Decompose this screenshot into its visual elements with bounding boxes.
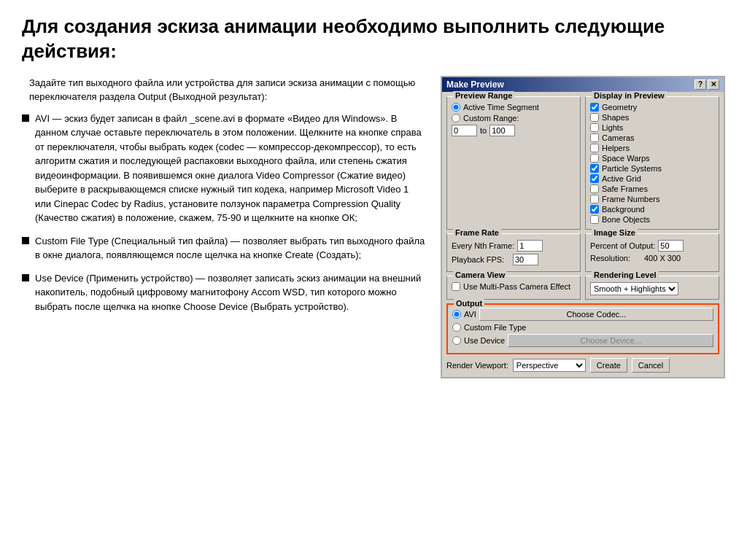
frame-numbers-row: Frame Numbers	[590, 195, 714, 203]
cameras-row: Cameras	[590, 133, 714, 142]
bullet-text-2: Custom File Type (Специальный тип файла)…	[35, 234, 426, 262]
shapes-checkbox[interactable]	[590, 113, 599, 122]
lights-checkbox[interactable]	[590, 123, 599, 132]
range-from-input[interactable]	[452, 125, 477, 136]
safe-frames-row: Safe Frames	[590, 184, 714, 193]
active-grid-checkbox[interactable]	[590, 174, 599, 183]
cameras-label: Cameras	[602, 133, 635, 142]
playback-fps-label: Playback FPS:	[452, 255, 510, 264]
frame-numbers-checkbox[interactable]	[590, 195, 599, 203]
display-in-preview-group: Display in Preview Geometry Shapes Li	[585, 96, 719, 230]
particle-systems-row: Particle Systems	[590, 164, 714, 173]
rendering-select-row: Smooth + Highlights Smooth Facets + High…	[590, 282, 714, 295]
safe-frames-checkbox[interactable]	[590, 184, 599, 193]
middle-section: Frame Rate Every Nth Frame: Playback FPS…	[446, 233, 719, 276]
percent-input[interactable]	[658, 240, 684, 252]
bullet-icon	[22, 274, 29, 281]
help-button[interactable]: ?	[694, 79, 706, 90]
dialog-titlebar: Make Preview ? ✕	[442, 77, 724, 92]
image-size-group: Image Size Percent of Output: Resolution…	[585, 233, 719, 272]
dialog-titlebar-buttons: ? ✕	[694, 79, 719, 90]
particle-systems-label: Particle Systems	[602, 164, 662, 173]
space-warps-checkbox[interactable]	[590, 154, 599, 163]
shapes-label: Shapes	[602, 113, 629, 122]
list-item: Use Device (Применить устройство) — позв…	[22, 271, 426, 314]
every-nth-label: Every Nth Frame:	[452, 241, 514, 250]
helpers-label: Helpers	[602, 144, 630, 152]
list-item: Custom File Type (Специальный тип файла)…	[22, 234, 426, 262]
bone-objects-row: Bone Objects	[590, 215, 714, 224]
custom-range-label: Custom Range:	[463, 114, 519, 122]
bullet-text-3: Use Device (Применить устройство) — позв…	[35, 271, 426, 314]
camera-rendering-section: Camera View Use Multi-Pass Camera Effect…	[446, 276, 719, 303]
preview-range-group: Preview Range Active Time Segment Custom…	[446, 96, 581, 230]
rendering-level-select[interactable]: Smooth + Highlights Smooth Facets + High…	[590, 282, 678, 295]
choose-codec-button[interactable]: Choose Codec...	[479, 308, 713, 321]
use-device-radio[interactable]	[452, 336, 461, 345]
avi-radio[interactable]	[452, 310, 461, 319]
shapes-row: Shapes	[590, 113, 714, 122]
list-item: AVI — эскиз будет записан в файл _scene.…	[22, 112, 426, 225]
active-time-segment-label: Active Time Segment	[463, 103, 539, 112]
cameras-checkbox[interactable]	[590, 133, 599, 142]
resolution-value: 400 X 300	[644, 254, 681, 262]
multi-pass-label: Use Multi-Pass Camera Effect	[463, 282, 570, 291]
lights-label: Lights	[602, 123, 623, 132]
use-device-label: Use Device	[464, 336, 505, 345]
dialog-footer: Render Viewport: Perspective Top Front L…	[446, 358, 719, 373]
bullet-text-1: AVI — эскиз будет записан в файл _scene.…	[35, 112, 426, 225]
resolution-label: Resolution:	[590, 254, 641, 262]
rendering-level-group: Rendering Level Smooth + Highlights Smoo…	[585, 276, 719, 300]
helpers-checkbox[interactable]	[590, 144, 599, 152]
background-checkbox[interactable]	[590, 205, 599, 214]
intro-text: Задайте тип выходного файла или устройст…	[22, 76, 426, 104]
custom-range-radio[interactable]	[452, 114, 460, 122]
active-grid-label: Active Grid	[602, 174, 641, 183]
active-grid-row: Active Grid	[590, 174, 714, 183]
render-viewport-label: Render Viewport:	[446, 361, 508, 370]
bone-objects-checkbox[interactable]	[590, 215, 599, 224]
custom-file-type-label: Custom File Type	[464, 323, 526, 332]
page-title: Для создания эскиза анимации необходимо …	[22, 15, 725, 64]
dialog-body: Preview Range Active Time Segment Custom…	[442, 92, 724, 377]
every-nth-input[interactable]	[517, 240, 543, 252]
resolution-row: Resolution: 400 X 300	[590, 254, 714, 262]
image-size-label: Image Size	[592, 228, 638, 237]
background-label: Background	[602, 205, 645, 214]
camera-view-label: Camera View	[453, 271, 507, 279]
display-in-preview-label: Display in Preview	[592, 91, 667, 100]
active-time-segment-radio[interactable]	[452, 103, 460, 112]
custom-file-type-row: Custom File Type	[452, 323, 713, 332]
range-to-input[interactable]	[489, 125, 515, 136]
frame-numbers-label: Frame Numbers	[602, 195, 659, 203]
particle-systems-checkbox[interactable]	[590, 164, 599, 173]
every-nth-frame-row: Every Nth Frame:	[452, 240, 576, 252]
choose-device-button[interactable]: Choose Device...	[508, 334, 713, 347]
frame-rate-label: Frame Rate	[453, 228, 501, 237]
lights-row: Lights	[590, 123, 714, 132]
multi-pass-checkbox[interactable]	[452, 282, 460, 291]
geometry-row: Geometry	[590, 103, 714, 112]
range-inputs-row: to	[452, 125, 576, 136]
output-group-label: Output	[454, 299, 484, 308]
viewport-select[interactable]: Perspective Top Front Left Camera	[513, 359, 586, 372]
bullet-icon	[22, 114, 29, 122]
bullet-icon	[22, 237, 29, 244]
playback-fps-input[interactable]	[513, 254, 538, 265]
custom-file-type-radio[interactable]	[452, 323, 461, 332]
preview-range-label: Preview Range	[453, 91, 514, 100]
space-warps-row: Space Warps	[590, 154, 714, 163]
avi-label: AVI	[464, 310, 476, 319]
percent-label: Percent of Output:	[590, 241, 655, 250]
geometry-checkbox[interactable]	[590, 103, 599, 112]
output-group: Output AVI Choose Codec... Custom File T…	[446, 303, 719, 354]
close-button[interactable]: ✕	[708, 79, 719, 90]
use-device-row: Use Device Choose Device...	[452, 334, 713, 347]
create-button[interactable]: Create	[590, 358, 627, 373]
camera-view-group: Camera View Use Multi-Pass Camera Effect	[446, 276, 581, 300]
playback-fps-row: Playback FPS:	[452, 254, 576, 265]
cancel-button[interactable]: Cancel	[632, 358, 670, 373]
dialog-title: Make Preview	[446, 79, 504, 90]
active-time-segment-row: Active Time Segment	[452, 103, 576, 112]
space-warps-label: Space Warps	[602, 154, 650, 163]
